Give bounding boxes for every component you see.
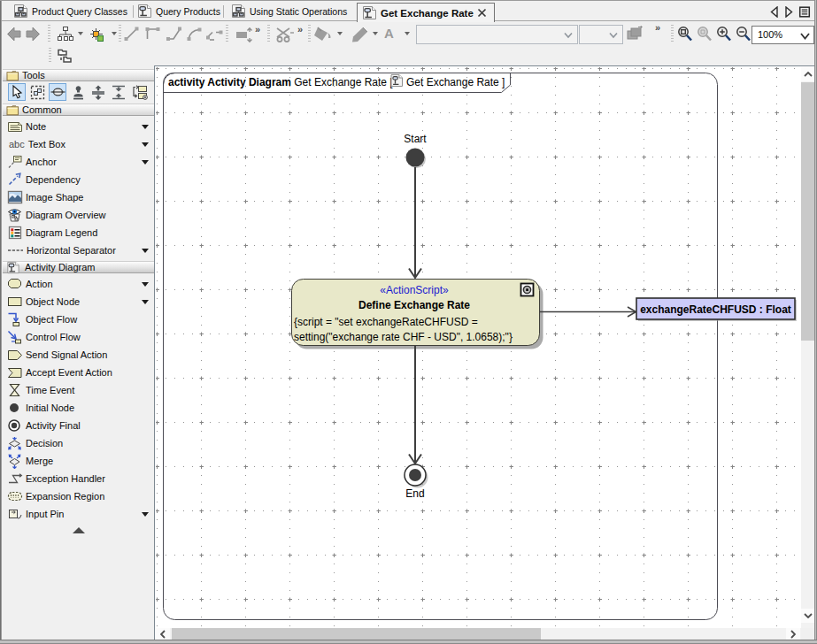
- svg-text:{script = "set exchangeRateCHF: {script = "set exchangeRateCHFUSD =: [294, 316, 478, 328]
- svg-text:activity Activity Diagram Get: activity Activity Diagram Get Exchange R…: [168, 76, 393, 88]
- svg-text:Start: Start: [404, 133, 427, 145]
- svg-text:«ActionScript»: «ActionScript»: [380, 284, 449, 296]
- svg-text:Define Exchange Rate: Define Exchange Rate: [358, 299, 470, 311]
- svg-text:Get Exchange Rate ]: Get Exchange Rate ]: [406, 76, 505, 88]
- svg-text:setting("exchange rate CHF - U: setting("exchange rate CHF - USD", 1.065…: [294, 331, 513, 343]
- svg-text:exchangeRateCHFUSD : Float: exchangeRateCHFUSD : Float: [640, 303, 791, 316]
- svg-text:End: End: [405, 487, 424, 500]
